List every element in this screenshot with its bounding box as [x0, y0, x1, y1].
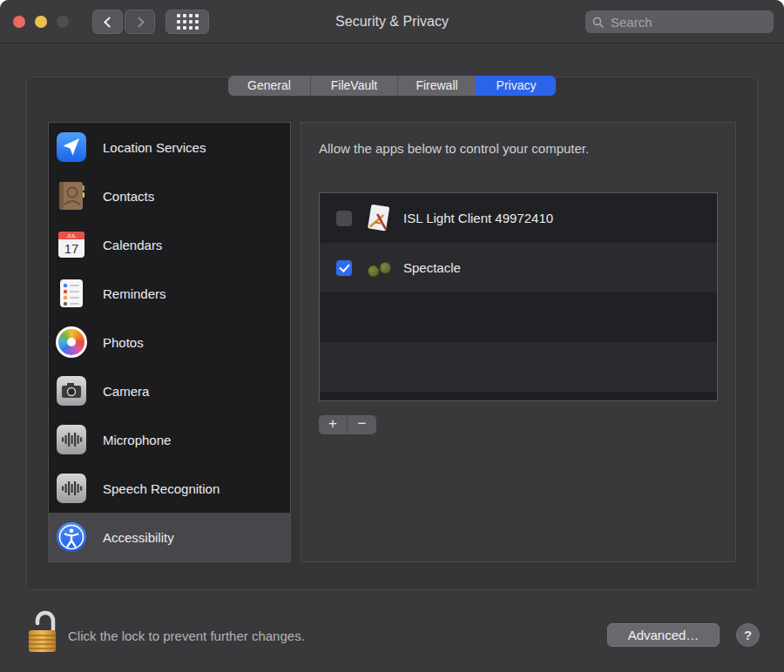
remove-app-button[interactable]: − [348, 415, 376, 434]
app-name: Spectacle [403, 260, 461, 275]
search-field[interactable] [585, 10, 774, 33]
advanced-button[interactable]: Advanced… [607, 623, 720, 647]
camera-icon [56, 375, 87, 407]
sidebar-item-location-services[interactable]: Location Services [49, 123, 290, 171]
accessibility-detail-panel: Allow the apps below to control your com… [301, 122, 736, 562]
app-row-spectacle[interactable]: Spectacle [320, 243, 717, 292]
search-input[interactable] [609, 14, 784, 30]
app-row-isl-light-client[interactable]: ISL Light Client 49972410 [320, 193, 717, 243]
titlebar: Security & Privacy [0, 0, 784, 44]
sidebar-item-label: Calendars [103, 238, 162, 252]
privacy-category-list: Location Services Contacts JUL [48, 122, 291, 562]
close-button[interactable] [13, 16, 25, 28]
sidebar-item-label: Contacts [103, 189, 154, 204]
forward-button[interactable] [125, 10, 155, 34]
list-zebra-stripe [320, 342, 717, 392]
minimize-button[interactable] [35, 16, 47, 28]
location-icon [56, 131, 87, 163]
sidebar-item-reminders[interactable]: Reminders [49, 269, 290, 318]
privacy-pane: Location Services Contacts JUL [26, 77, 758, 590]
contacts-icon [56, 180, 87, 212]
speech-recognition-icon [56, 473, 87, 504]
app-checkbox[interactable] [336, 211, 352, 226]
tab-privacy[interactable]: Privacy [476, 76, 556, 96]
add-app-button[interactable]: + [319, 415, 348, 434]
sidebar-item-photos[interactable]: Photos [49, 318, 290, 366]
sidebar-item-label: Microphone [103, 433, 171, 447]
microphone-icon [56, 424, 87, 455]
svg-text:JUL: JUL [67, 233, 77, 239]
sidebar-item-label: Speech Recognition [103, 481, 220, 496]
sidebar-item-camera[interactable]: Camera [49, 366, 290, 415]
traffic-lights [13, 16, 69, 28]
app-name: ISL Light Client 49972410 [403, 211, 553, 225]
spectacle-icon [363, 253, 393, 283]
chevron-left-icon [104, 17, 115, 28]
sidebar-item-label: Camera [103, 384, 149, 399]
show-all-button[interactable] [166, 10, 209, 34]
sidebar-item-accessibility[interactable]: Accessibility [49, 513, 290, 561]
tab-general[interactable]: General [228, 76, 310, 96]
isl-light-client-icon [363, 204, 393, 233]
sidebar-item-label: Reminders [103, 286, 166, 301]
sidebar-item-contacts[interactable]: Contacts [49, 171, 290, 220]
sidebar-item-microphone[interactable]: Microphone [49, 415, 290, 464]
sidebar-item-label: Accessibility [103, 530, 174, 545]
tab-firewall[interactable]: Firewall [397, 76, 476, 96]
sidebar-item-speech-recognition[interactable]: Speech Recognition [49, 464, 290, 513]
search-icon [592, 17, 604, 28]
panel-header: Allow the apps below to control your com… [319, 141, 589, 156]
list-zebra-stripe [320, 392, 717, 401]
security-privacy-window: Security & Privacy Location Services [0, 0, 784, 672]
sidebar-item-label: Photos [103, 335, 144, 350]
reminders-icon [56, 278, 87, 309]
lock-hint-text: Click the lock to prevent further change… [68, 628, 305, 643]
zoom-button-disabled [57, 16, 69, 28]
show-all-grid-icon [177, 14, 199, 30]
accessibility-icon [56, 521, 87, 553]
chevron-right-icon [133, 17, 145, 28]
app-checkbox[interactable] [336, 260, 352, 276]
list-zebra-stripe [320, 292, 717, 342]
tab-filevault[interactable]: FileVault [310, 76, 397, 96]
lock-unlocked-icon[interactable] [23, 609, 59, 655]
allowed-apps-list: ISL Light Client 49972410 Spectacle [319, 192, 718, 401]
help-button[interactable]: ? [736, 623, 760, 647]
svg-text:17: 17 [64, 241, 79, 256]
calendar-icon: JUL 17 [56, 229, 87, 260]
list-edit-buttons: + − [319, 415, 376, 434]
sidebar-item-calendars[interactable]: JUL 17 Calendars [49, 220, 290, 269]
photos-icon [56, 326, 87, 358]
back-button[interactable] [92, 10, 123, 34]
tab-bar: General FileVault Firewall Privacy [228, 76, 556, 96]
sidebar-item-label: Location Services [103, 140, 206, 155]
